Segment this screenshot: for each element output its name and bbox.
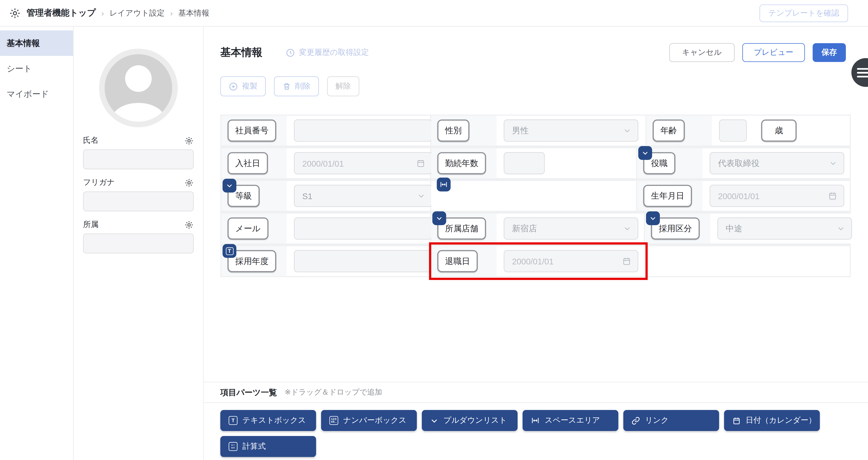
calculator-icon: +−×=: [229, 442, 238, 451]
dropdown-type-badge: [646, 211, 660, 225]
chevron-down-icon: [430, 417, 438, 425]
gender-select[interactable]: 男性: [504, 120, 639, 141]
grid-cell-employee-number[interactable]: 社員番号: [221, 116, 430, 145]
grid-cell-recruit-type[interactable]: 採用区分 中途: [645, 213, 858, 243]
department-field[interactable]: [83, 233, 194, 253]
grid-cell-years-of-service[interactable]: 勤続年数: [431, 148, 636, 178]
part-space-area[interactable]: スペースエリア: [523, 410, 618, 431]
recruit-year-input[interactable]: [294, 250, 432, 272]
part-link[interactable]: リンク: [623, 410, 719, 431]
plus-circle-icon: [229, 81, 238, 91]
grid-cell-space-area[interactable]: [431, 181, 636, 211]
grid-row: 等級 S1: [221, 181, 850, 211]
page-title: 基本情報: [220, 45, 262, 60]
furigana-field-label: フリガナ: [83, 178, 115, 188]
gear-icon[interactable]: [184, 136, 194, 145]
birth-date-input[interactable]: 2000/01/01: [710, 185, 844, 207]
part-numberbox[interactable]: 12345.. ナンバーボックス: [321, 410, 417, 431]
field-label-box: T 採用年度: [227, 250, 276, 272]
part-date-calendar[interactable]: 日付（カレンダー）: [724, 410, 820, 431]
position-select[interactable]: 代表取締役: [710, 152, 844, 174]
textbox-icon: T: [229, 416, 238, 425]
grid-cell-store[interactable]: 所属店舗 新宿店: [431, 213, 644, 243]
link-icon: [632, 417, 640, 425]
name-field-label: 氏名: [83, 135, 99, 145]
grid-cell-gender[interactable]: 性別 男性: [431, 116, 646, 145]
chevron-down-icon: [623, 127, 631, 134]
textbox-type-badge: T: [222, 244, 236, 258]
part-formula[interactable]: +−×= 計算式: [220, 436, 316, 457]
grid-cell-hire-date[interactable]: 入社日 2000/01/01: [221, 148, 430, 178]
numberbox-icon: 12345..: [330, 416, 338, 425]
edit-toolbar: 複製 削除 解除: [204, 62, 868, 96]
duplicate-button[interactable]: 複製: [220, 76, 266, 96]
field-label-box: メール: [227, 218, 268, 239]
grid-cell-retirement-date-highlighted[interactable]: 退職日 2000/01/01: [431, 246, 646, 276]
field-label-box: 生年月日: [643, 185, 692, 207]
employee-number-input[interactable]: [294, 120, 432, 141]
chevron-down-icon: [417, 192, 425, 200]
avatar: [99, 49, 178, 127]
chevron-right-icon: ›: [101, 8, 104, 18]
field-label-box: 入社日: [227, 152, 268, 174]
profile-panel: 氏名 フリガナ: [73, 27, 204, 460]
dropdown-type-badge: [638, 146, 652, 160]
sidebar: 基本情報 シート マイボード: [0, 27, 73, 460]
grade-select[interactable]: S1: [294, 185, 432, 207]
grid-cell-position[interactable]: 役職 代表取締役: [637, 148, 850, 178]
grid-row: 入社日 2000/01/01: [221, 148, 850, 178]
field-label-box: 年齢: [653, 120, 685, 141]
sidebar-item-basic-info[interactable]: 基本情報: [0, 30, 73, 56]
grid-cell-email[interactable]: メール: [221, 213, 430, 243]
chevron-down-icon: [837, 225, 845, 232]
check-template-button[interactable]: テンプレートを確認: [760, 4, 848, 22]
avatar-placeholder-icon: [104, 54, 172, 122]
breadcrumb-root[interactable]: 管理者機能トップ: [27, 7, 96, 19]
dropdown-type-badge: [222, 178, 236, 192]
field-label-box: 退職日: [437, 250, 478, 272]
cancel-button[interactable]: キャンセル: [669, 43, 735, 62]
grid-cell-recruit-year[interactable]: T 採用年度: [221, 246, 430, 276]
breadcrumb-layout-settings[interactable]: レイアウト設定: [110, 8, 165, 18]
parts-title: 項目パーツ一覧: [220, 387, 277, 397]
furigana-field[interactable]: [83, 192, 194, 211]
field-label-box: 等級: [227, 185, 259, 207]
part-textbox[interactable]: T テキストボックス: [220, 410, 316, 431]
layout-settings-page: 管理者機能トップ › レイアウト設定 › 基本情報 テンプレートを確認 基本情報…: [0, 0, 868, 460]
dropdown-type-badge: [432, 211, 446, 225]
age-input[interactable]: [719, 120, 747, 141]
recruit-type-select[interactable]: 中途: [717, 218, 852, 239]
grid-row: 社員番号 性別 男性: [221, 116, 850, 145]
space-area-badge: [437, 178, 451, 192]
delete-button[interactable]: 削除: [274, 76, 319, 96]
layout-grid: 社員番号 性別 男性: [220, 114, 851, 277]
store-select[interactable]: 新宿店: [504, 218, 639, 239]
part-pulldown-list[interactable]: プルダウンリスト: [422, 410, 518, 431]
calendar-icon: [416, 159, 425, 168]
name-field[interactable]: [83, 150, 194, 169]
preview-button[interactable]: プレビュー: [742, 43, 805, 62]
release-button[interactable]: 解除: [327, 76, 359, 96]
space-area-icon: [531, 416, 540, 425]
email-input[interactable]: [294, 218, 432, 239]
grid-cell-age[interactable]: 年齢 歳: [647, 116, 850, 145]
gear-icon[interactable]: [184, 220, 194, 229]
grid-cell-grade[interactable]: 等級 S1: [221, 181, 430, 211]
field-label-box: 採用区分: [651, 218, 700, 239]
field-label-box: 役職: [643, 152, 676, 174]
sidebar-item-sheet[interactable]: シート: [0, 56, 73, 81]
top-bar: 管理者機能トップ › レイアウト設定 › 基本情報 テンプレートを確認: [0, 0, 868, 27]
department-field-label: 所属: [83, 220, 99, 230]
years-of-service-input[interactable]: [504, 152, 545, 174]
grid-cell-birth-date[interactable]: 生年月日 2000/01/01: [637, 181, 850, 211]
field-label-box: 社員番号: [227, 120, 276, 141]
gear-icon[interactable]: [184, 178, 194, 187]
change-history-link[interactable]: 変更履歴の取得設定: [286, 47, 369, 58]
sidebar-item-myboard[interactable]: マイボード: [0, 81, 73, 107]
retirement-date-input[interactable]: 2000/01/01: [504, 250, 639, 272]
save-button[interactable]: 保存: [812, 43, 846, 62]
hire-date-input[interactable]: 2000/01/01: [294, 152, 432, 174]
field-label-box: 勤続年数: [437, 152, 486, 174]
calendar-icon: [622, 257, 631, 266]
chevron-down-icon: [829, 159, 837, 167]
